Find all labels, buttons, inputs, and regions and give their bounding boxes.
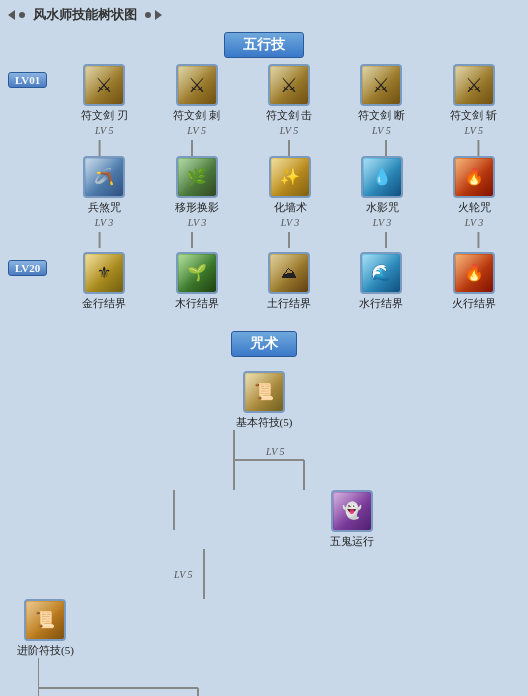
wuxing-section: 五行技 LV01 ⚔ 符文剑 刃 LV 5 ⚔ 符文剑 刺 LV 5 [8,32,520,311]
skill-wugui[interactable]: 👻 五鬼运行 [330,490,374,549]
nav-dot1 [19,12,25,18]
skill-jinjie-fuji[interactable]: 📜 进阶符技(5) [17,599,74,658]
skill-huaqiang[interactable]: ✨ 化墙术 LV 3 [269,156,311,228]
wuxing-header: 五行技 [224,32,304,58]
skill-fuwen-ji[interactable]: ⚔ 符文剑 击 LV 5 [266,64,313,136]
connector-branch [38,658,338,696]
nav-right-arrow[interactable] [155,10,162,20]
nav-dot2 [145,12,151,18]
skill-shuiying[interactable]: 💧 水影咒 LV 3 [361,156,403,228]
connector-lines-1 [58,140,520,156]
skill-fuwen-zhan[interactable]: ⚔ 符文剑 斩 LV 5 [450,64,497,136]
connector-jiben [204,430,324,490]
skill-fuwen-ren[interactable]: ⚔ 符文剑 刃 LV 5 [81,64,128,136]
skill-jin-jj[interactable]: ⚜ 金行结界 [82,252,126,311]
lv20-badge: LV20 [8,260,47,276]
skill-huo-jj[interactable]: 🔥 火行结界 [452,252,496,311]
zhushu-header: 咒术 [231,331,297,357]
lv01-badge: LV01 [8,72,47,88]
skill-huolun[interactable]: 🔥 火轮咒 LV 3 [453,156,495,228]
connector-lines-2 [58,232,520,248]
page-title: 风水师技能树状图 [0,0,528,30]
skill-tu-jj[interactable]: ⛰ 土行结界 [267,252,311,311]
nav-left-arrow[interactable] [8,10,15,20]
skill-mu-jj[interactable]: 🌱 木行结界 [175,252,219,311]
zhushu-section: 咒术 📜 基本符技(5) LV 5 [8,331,520,696]
skill-bingsha[interactable]: 🪃 兵煞咒 LV 3 [83,156,125,228]
skill-fuwen-duan[interactable]: ⚔ 符文剑 断 LV 5 [358,64,405,136]
connector-jinjie [174,549,354,599]
title-text: 风水师技能树状图 [33,6,137,24]
skill-yixing[interactable]: 🌿 移形换影 LV 3 [175,156,219,228]
skill-fuwen-ci[interactable]: ⚔ 符文剑 刺 LV 5 [173,64,220,136]
skill-shui-jj[interactable]: 🌊 水行结界 [359,252,403,311]
skill-jiben-fuji[interactable]: 📜 基本符技(5) [236,371,293,430]
